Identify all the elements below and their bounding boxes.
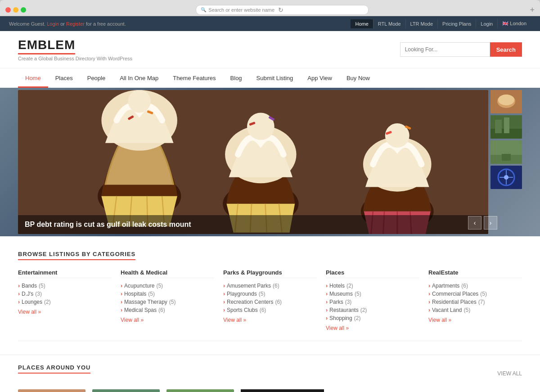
nav-app-view[interactable]: App View bbox=[300, 68, 339, 88]
new-tab-button[interactable]: + bbox=[530, 6, 535, 14]
cat-title-parks: Parks & Playgrounds bbox=[223, 269, 317, 278]
places-section-title: PLACES AROUND YOU bbox=[18, 364, 90, 374]
category-places: Places Hotels(2) Museums(5) Parks(3) Res… bbox=[326, 269, 419, 332]
topnav-rtl[interactable]: RTL Mode bbox=[374, 19, 406, 28]
login-link[interactable]: Login bbox=[47, 21, 59, 27]
categories-title: BROWSE LISTINGS BY CATEGORIES bbox=[18, 251, 135, 260]
hero-next-button[interactable]: › bbox=[484, 216, 497, 230]
topnav-location[interactable]: 🇬🇧 London bbox=[498, 19, 531, 28]
view-all-entertainment[interactable]: View all » bbox=[18, 309, 41, 315]
svg-rect-34 bbox=[92, 389, 160, 392]
cat-item-museums[interactable]: Museums(5) bbox=[326, 290, 419, 298]
nav-buy-now[interactable]: Buy Now bbox=[339, 68, 377, 88]
cat-count: (6) bbox=[158, 307, 165, 313]
search-input[interactable] bbox=[400, 42, 490, 57]
cat-item-vacant-land[interactable]: Vacant Land(5) bbox=[428, 306, 522, 314]
cat-count: (6) bbox=[461, 283, 468, 289]
site-logo: EMBLEM Create a Global Business Director… bbox=[18, 38, 132, 61]
cat-label: Restaurants bbox=[329, 307, 359, 313]
cat-count: (5) bbox=[39, 283, 45, 289]
nav-home[interactable]: Home bbox=[18, 68, 48, 88]
cat-count: (6) bbox=[273, 283, 279, 289]
cat-item-playgrounds[interactable]: Playgrounds(5) bbox=[223, 290, 317, 298]
topnav-login[interactable]: Login bbox=[476, 19, 498, 28]
category-health: Health & Medical Acupuncture(5) Hospital… bbox=[121, 269, 214, 332]
nav-theme-features[interactable]: Theme Features bbox=[166, 68, 223, 88]
cat-count: (2) bbox=[346, 283, 353, 289]
cat-count: (6) bbox=[260, 307, 266, 313]
view-all-places-link[interactable]: VIEW ALL bbox=[497, 370, 522, 377]
cat-label: Commercial Places bbox=[432, 291, 478, 297]
topnav-ltr[interactable]: LTR Mode bbox=[406, 19, 438, 28]
cat-label: Playgrounds bbox=[227, 291, 257, 297]
category-parks: Parks & Playgrounds Amusement Parks(6) P… bbox=[223, 269, 317, 332]
cat-item-medical-spas[interactable]: Medical Spas(6) bbox=[121, 306, 214, 314]
cat-item-apartments[interactable]: Apartments(6) bbox=[428, 282, 522, 290]
register-link[interactable]: Register bbox=[66, 21, 85, 27]
cat-item-acupuncture[interactable]: Acupuncture(5) bbox=[121, 282, 214, 290]
cat-item-residential[interactable]: Residential Places(7) bbox=[428, 298, 522, 306]
search-icon: 🔍 bbox=[201, 7, 206, 12]
hero-thumb-3[interactable] bbox=[490, 140, 522, 164]
cat-item-sports-clubs[interactable]: Sports Clubs(6) bbox=[223, 306, 317, 314]
cat-item-massage[interactable]: Massage Therapy(5) bbox=[121, 298, 214, 306]
cat-label: Museums bbox=[329, 291, 353, 297]
topnav-home[interactable]: Home bbox=[351, 19, 373, 28]
topnav-pricing[interactable]: Pricing Plans bbox=[438, 19, 476, 28]
hero-thumb-2[interactable] bbox=[490, 115, 522, 139]
logo-text[interactable]: EMBLEM bbox=[18, 38, 75, 54]
logo-tagline: Create a Global Business Directory With … bbox=[18, 56, 132, 61]
category-realestate: RealEstate Apartments(6) Commercial Plac… bbox=[428, 269, 522, 332]
cat-item-amusement[interactable]: Amusement Parks(6) bbox=[223, 282, 317, 290]
nav-blog[interactable]: Blog bbox=[223, 68, 249, 88]
cat-item-parks[interactable]: Parks(3) bbox=[326, 298, 419, 306]
places-grid: EMBLEM Create cities in any country Crea… bbox=[18, 389, 522, 392]
maximize-dot[interactable] bbox=[21, 7, 26, 13]
cat-count: (2) bbox=[354, 315, 361, 321]
category-entertainment: Entertainment Bands(5) D.J's(3) Lounges(… bbox=[18, 269, 112, 332]
cat-label: Shopping bbox=[329, 315, 352, 321]
cat-item-hospitals[interactable]: Hospitals(5) bbox=[121, 290, 214, 298]
cat-item-djs[interactable]: D.J's(3) bbox=[18, 290, 112, 298]
place-card-1[interactable] bbox=[18, 389, 86, 392]
cat-item-commercial[interactable]: Commercial Places(5) bbox=[428, 290, 522, 298]
view-all-parks[interactable]: View all » bbox=[223, 317, 246, 323]
close-dot[interactable] bbox=[5, 7, 11, 13]
cat-label: Bands bbox=[22, 283, 37, 289]
view-all-realestate[interactable]: View all » bbox=[428, 317, 451, 323]
nav-submit-listing[interactable]: Submit Listing bbox=[249, 68, 301, 88]
cat-count: (7) bbox=[478, 299, 485, 305]
cat-label: Apartments bbox=[432, 283, 459, 289]
place-card-3[interactable] bbox=[166, 389, 234, 392]
cat-count: (5) bbox=[259, 291, 266, 297]
cat-item-hotels[interactable]: Hotels(2) bbox=[326, 282, 419, 290]
cat-item-recreation[interactable]: Recreation Centers(6) bbox=[223, 298, 317, 306]
view-all-health[interactable]: View all » bbox=[121, 317, 144, 323]
search-button[interactable]: Search bbox=[490, 42, 522, 57]
cat-label: Massage Therapy bbox=[124, 299, 167, 305]
hero-prev-button[interactable]: ‹ bbox=[468, 216, 482, 230]
cat-count: (2) bbox=[44, 299, 51, 305]
url-bar[interactable]: 🔍 Search or enter website name ↻ bbox=[196, 5, 368, 15]
cat-item-restaurants[interactable]: Restaurants(2) bbox=[326, 306, 419, 314]
cat-item-shopping[interactable]: Shopping(2) bbox=[326, 314, 419, 322]
cat-item-bands[interactable]: Bands(5) bbox=[18, 282, 112, 290]
hero-thumb-1[interactable] bbox=[490, 90, 522, 113]
hero-arrows: ‹ › bbox=[468, 216, 497, 230]
categories-grid: Entertainment Bands(5) D.J's(3) Lounges(… bbox=[18, 269, 522, 332]
view-all-places[interactable]: View all » bbox=[326, 325, 349, 331]
nav-places[interactable]: Places bbox=[48, 68, 80, 88]
place-card-2[interactable] bbox=[92, 389, 160, 392]
refresh-icon[interactable]: ↻ bbox=[278, 6, 284, 14]
minimize-dot[interactable] bbox=[13, 7, 18, 13]
cat-count: (3) bbox=[35, 291, 42, 297]
place-image-3 bbox=[166, 389, 234, 392]
cat-count: (3) bbox=[345, 299, 352, 305]
hero-thumb-4[interactable] bbox=[490, 166, 522, 189]
nav-all-in-one-map[interactable]: All In One Map bbox=[112, 68, 166, 88]
places-header: PLACES AROUND YOU VIEW ALL bbox=[18, 364, 522, 383]
categories-divider bbox=[18, 341, 522, 341]
cat-label: Lounges bbox=[22, 299, 42, 305]
cat-item-lounges[interactable]: Lounges(2) bbox=[18, 298, 112, 306]
nav-people[interactable]: People bbox=[80, 68, 112, 88]
